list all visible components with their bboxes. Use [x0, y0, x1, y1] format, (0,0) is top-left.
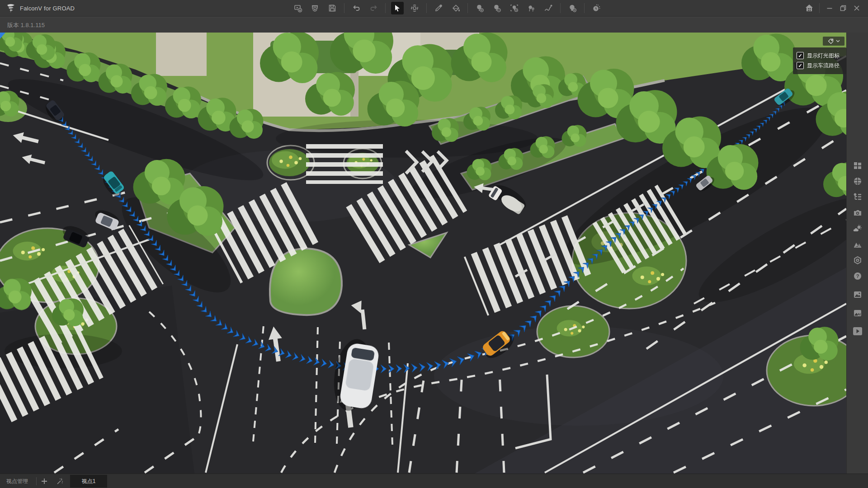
main-toolbar — [289, 0, 605, 16]
eyedropper-icon[interactable] — [432, 2, 445, 14]
add-viewpoint-button[interactable] — [37, 475, 52, 487]
viewport-3d[interactable]: ✓ 显示灯光图标 ✓ 显示车流路径 — [0, 33, 846, 474]
home-icon[interactable] — [802, 1, 816, 15]
toolbar-separator — [584, 3, 585, 13]
window-separator — [819, 3, 820, 13]
checkbox-show-flow-paths[interactable]: ✓ 显示车流路径 — [797, 61, 843, 70]
weather-icon[interactable] — [853, 224, 863, 234]
viewport-corner-marker — [0, 33, 5, 39]
time-of-day-icon[interactable] — [590, 2, 603, 14]
material-icon[interactable] — [853, 255, 863, 265]
toolbar-separator — [467, 3, 468, 13]
add-tree-icon[interactable] — [473, 2, 486, 14]
toolbar-separator — [385, 3, 386, 13]
asset-grid-icon[interactable] — [853, 160, 863, 170]
redo-icon[interactable] — [367, 2, 380, 14]
undo-icon[interactable] — [350, 2, 363, 14]
svg-text:AI: AI — [858, 312, 861, 316]
falconv-tornado-logo — [5, 3, 16, 14]
orbit-tool-icon[interactable] — [408, 2, 421, 14]
auto-viewpoint-button[interactable] — [52, 475, 67, 487]
version-label: 版本 1.8.1.115 — [7, 21, 45, 29]
checkbox-icon: ✓ — [797, 52, 804, 59]
plus-icon — [41, 478, 48, 485]
add-trees-region-icon[interactable] — [508, 2, 520, 14]
toolbar-separator — [426, 3, 427, 13]
titlebar: FalconV for GROAD — [0, 0, 868, 17]
window-controls — [802, 0, 868, 16]
scene-tree-icon[interactable] — [853, 192, 863, 202]
magic-wand-icon — [56, 478, 64, 485]
ai-image-icon[interactable]: AI — [853, 308, 863, 318]
snapshot-icon[interactable] — [853, 290, 863, 300]
checkbox-icon: ✓ — [797, 62, 804, 69]
right-sidebar: ? AI — [846, 33, 868, 474]
toolbar-separator — [344, 3, 344, 13]
viewpoint-bar: 视点管理 视点1 — [0, 474, 868, 488]
version-bar: 版本 1.8.1.115 — [0, 17, 868, 33]
camera-icon[interactable] — [853, 208, 863, 218]
play-icon[interactable] — [853, 326, 863, 336]
chevron-down-icon — [836, 40, 840, 42]
add-light-icon[interactable] — [566, 2, 579, 14]
viewpoint-tab-1[interactable]: 视点1 — [70, 475, 107, 488]
app-title: FalconV for GROAD — [20, 5, 75, 12]
checkbox-show-light-icons[interactable]: ✓ 显示灯光图标 — [797, 51, 843, 61]
draw-path-icon[interactable] — [542, 2, 555, 14]
remove-tree-icon[interactable] — [491, 2, 503, 14]
layer-tag-button[interactable] — [823, 37, 844, 46]
display-options-panel: ✓ 显示灯光图标 ✓ 显示车流路径 — [793, 47, 846, 74]
save-icon[interactable] — [326, 2, 339, 14]
select-tool-icon[interactable] — [391, 2, 404, 14]
restore-icon[interactable] — [836, 1, 850, 15]
globe-icon[interactable] — [853, 176, 863, 186]
tag-icon — [828, 38, 834, 44]
import-scene-icon[interactable] — [292, 2, 304, 14]
close-icon[interactable] — [850, 1, 863, 15]
import-data-icon[interactable] — [309, 2, 321, 14]
terrain-icon[interactable] — [853, 239, 863, 249]
help-icon[interactable]: ? — [853, 271, 863, 281]
paint-bucket-icon[interactable] — [449, 2, 462, 14]
viewpoint-panel-label: 视点管理 — [0, 478, 36, 485]
toolbar-separator — [560, 3, 561, 13]
svg-text:?: ? — [856, 273, 859, 279]
viewport-3d-scene[interactable] — [0, 33, 846, 474]
forest-brush-icon[interactable] — [525, 2, 538, 14]
minimize-icon[interactable] — [823, 1, 836, 15]
